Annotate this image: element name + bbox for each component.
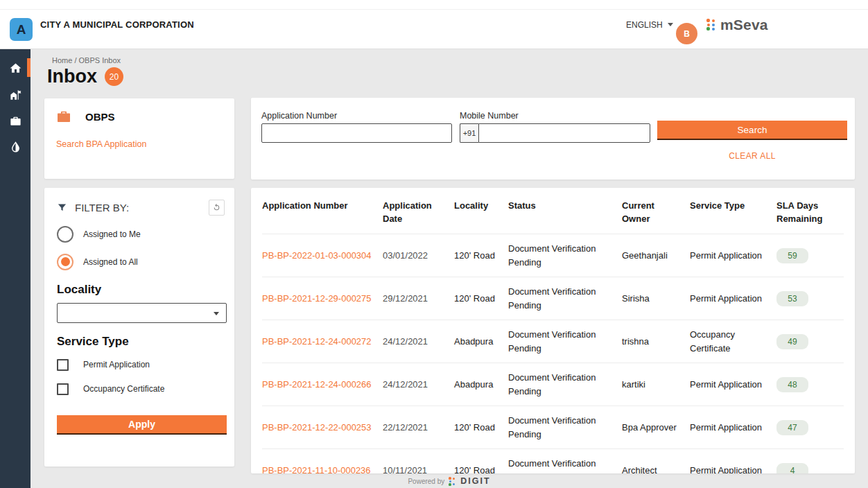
city-logo: A [10, 18, 33, 41]
breadcrumb[interactable]: Home / OBPS Inbox [52, 56, 121, 64]
checkbox-permit-application[interactable] [57, 359, 69, 371]
search-button[interactable]: Search [657, 121, 847, 140]
column-header: Service Type [690, 200, 776, 213]
status-cell: Document Verification Pending [508, 371, 622, 398]
radio-row: Assigned to All [57, 252, 225, 271]
current-owner-cell: kartiki [622, 378, 690, 392]
checkbox-occupancy-certificate[interactable] [57, 383, 69, 395]
municipal-building-icon [9, 88, 22, 101]
sla-days-badge: 47 [776, 420, 808, 435]
mseva-dot-mark-icon [706, 19, 717, 31]
status-cell: Document Verification Pending [508, 285, 622, 312]
application-number-label: Application Number [261, 111, 452, 121]
column-header: Application Date [383, 200, 454, 226]
radio-label: Assigned to Me [83, 229, 141, 239]
locality-cell: 120' Road [454, 421, 508, 435]
application-number-input[interactable] [261, 123, 452, 143]
sla-days-badge: 48 [776, 377, 808, 392]
sidebar-item-municipal-services[interactable] [0, 81, 31, 107]
top-header: A CITY A MUNICIPAL CORPORATION ENGLISH B… [0, 0, 868, 49]
column-header: SLA Days Remaining [776, 200, 844, 226]
sla-days-badge: 59 [776, 248, 808, 263]
clear-all-link[interactable]: CLEAR ALL [657, 151, 847, 161]
current-owner-cell: Architect [622, 464, 690, 473]
sidebar-item-home[interactable] [0, 55, 31, 81]
table-row: PB-BP-2021-11-10-00023610/11/2021120' Ro… [262, 448, 844, 473]
table-row: PB-BP-2021-12-24-00027224/12/2021Abadpur… [262, 320, 844, 363]
application-number-link[interactable]: PB-BP-2021-12-22-000253 [262, 422, 372, 433]
radio-label: Assigned to All [83, 257, 138, 267]
sidebar-item-water[interactable] [0, 134, 31, 160]
apply-button[interactable]: Apply [57, 415, 227, 435]
search-bpa-application-link[interactable]: Search BPA Application [56, 139, 223, 149]
locality-select[interactable] [57, 303, 227, 323]
table-row: PB-BP-2021-12-24-00026624/12/2021Abadpur… [262, 363, 844, 406]
obps-module-card: OBPS Search BPA Application [44, 98, 234, 179]
column-header: Status [508, 200, 622, 213]
filter-panel: FILTER BY: Assigned to MeAssigned to All… [44, 188, 234, 467]
locality-cell: 120' Road [454, 464, 508, 473]
obps-briefcase-icon [55, 108, 72, 125]
table-row: PB-BP-2022-01-03-00030403/01/2022120' Ro… [262, 234, 844, 277]
status-cell: Document Verification Pending [508, 328, 622, 355]
user-avatar[interactable]: B [676, 23, 697, 44]
main-content: Home / OBPS Inbox Inbox 20 OBPS Search B… [31, 49, 868, 488]
radio-row: Assigned to Me [57, 225, 225, 243]
obps-module-title: OBPS [85, 111, 115, 123]
locality-cell: Abadpura [454, 335, 508, 349]
select-caret-icon [214, 312, 219, 315]
application-number-link[interactable]: PB-BP-2021-12-24-000266 [262, 379, 372, 390]
checkbox-row: Permit Application [57, 356, 225, 373]
mobile-prefix: +91 [460, 123, 478, 143]
column-header: Application Number [262, 200, 383, 213]
filter-title: FILTER BY: [75, 202, 129, 214]
application-number-field: Application Number [261, 111, 452, 143]
sla-days-badge: 49 [776, 334, 808, 349]
application-number-link[interactable]: PB-BP-2022-01-03-000304 [262, 250, 372, 261]
application-date-cell: 10/11/2021 [383, 464, 454, 473]
inbox-count-badge: 20 [105, 67, 123, 86]
mobile-number-field: Mobile Number +91 [460, 111, 650, 143]
radio-assigned-to-all[interactable] [57, 254, 73, 270]
sidebar-active-indicator [27, 58, 31, 77]
checkbox-row: Occupancy Certificate [57, 381, 225, 397]
column-header: Current Owner [622, 200, 690, 226]
briefcase-icon [9, 114, 22, 128]
mobile-number-label: Mobile Number [460, 111, 650, 121]
footer: Powered by DIGIT [31, 476, 868, 486]
water-drop-icon [9, 141, 22, 154]
digit-dot-mark-icon [449, 477, 456, 485]
application-number-link[interactable]: PB-BP-2021-11-10-000236 [262, 465, 371, 473]
locality-cell: 120' Road [454, 249, 508, 263]
service-type-cell: Permit Application [690, 464, 776, 473]
checkbox-label: Permit Application [83, 360, 150, 369]
application-number-link[interactable]: PB-BP-2021-12-29-000275 [262, 293, 372, 304]
obps-inbox-page: A CITY A MUNICIPAL CORPORATION ENGLISH B… [0, 0, 868, 488]
current-owner-cell: Geethanjali [622, 249, 690, 263]
status-cell: Document Verification Pending [508, 414, 622, 441]
sidebar [0, 49, 31, 488]
application-number-link[interactable]: PB-BP-2021-12-24-000272 [262, 336, 372, 347]
application-date-cell: 22/12/2021 [383, 421, 454, 435]
sidebar-item-employee[interactable] [0, 107, 31, 134]
table-header-row: Application NumberApplication DateLocali… [262, 188, 844, 234]
locality-heading: Locality [57, 283, 225, 297]
mobile-number-input[interactable] [478, 123, 650, 143]
application-date-cell: 24/12/2021 [383, 335, 454, 349]
search-panel: Application Number Mobile Number +91 Sea… [251, 98, 855, 180]
radio-assigned-to-me[interactable] [57, 226, 73, 243]
checkbox-label: Occupancy Certificate [83, 384, 164, 394]
powered-by-text: Powered by [408, 478, 444, 485]
refresh-icon [212, 203, 221, 212]
service-type-cell: Permit Application [690, 421, 776, 435]
current-owner-cell: trishna [622, 335, 690, 349]
locality-cell: 120' Road [454, 292, 508, 306]
home-icon [9, 62, 22, 75]
table-row: PB-BP-2021-12-22-00025322/12/2021120' Ro… [262, 406, 844, 448]
service-type-cell: Occupancy Certificate [690, 328, 776, 355]
service-type-cell: Permit Application [690, 292, 776, 306]
language-selector[interactable]: ENGLISH [626, 0, 673, 49]
inbox-table: Application NumberApplication DateLocali… [251, 188, 855, 473]
application-date-cell: 03/01/2022 [383, 249, 454, 263]
filter-refresh-button[interactable] [209, 200, 225, 216]
